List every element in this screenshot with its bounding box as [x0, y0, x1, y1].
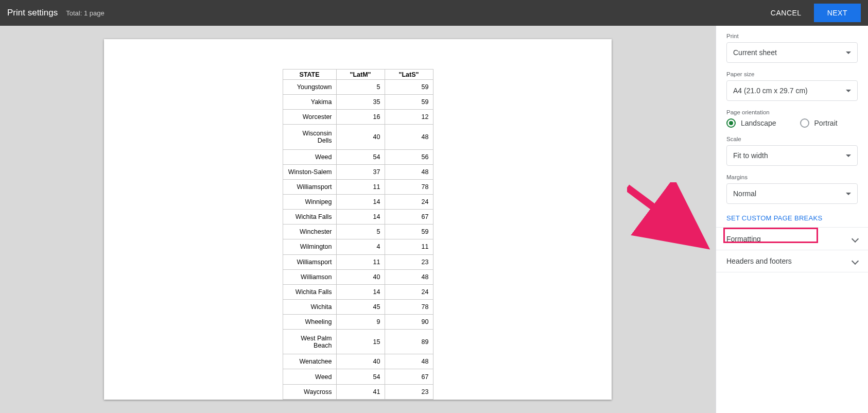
cell-lats: 56	[385, 149, 433, 164]
headers-footers-label: Headers and footers	[726, 257, 792, 265]
page-preview: STATE "LatM" "LatS" Youngstown559Yakima3…	[104, 39, 612, 400]
cell-state: Wisconsin Dells	[283, 125, 336, 149]
table-row: Winston-Salem3748	[283, 164, 433, 179]
cell-lats: 23	[385, 254, 433, 269]
paper-size-label: Paper size	[726, 71, 858, 77]
cell-state: Wichita	[283, 299, 336, 314]
cell-state: Weed	[283, 149, 336, 164]
cell-lats: 59	[385, 225, 433, 239]
cell-latm: 54	[336, 369, 385, 384]
cell-lats: 12	[385, 110, 433, 125]
table-row: Wichita4578	[283, 299, 433, 314]
cell-lats: 23	[385, 384, 433, 399]
formatting-expand[interactable]: Formatting	[716, 227, 868, 250]
cell-state: Winnipeg	[283, 194, 336, 209]
cell-latm: 41	[336, 384, 385, 399]
headers-footers-expand[interactable]: Headers and footers	[716, 250, 868, 272]
table-row: Williamsport1123	[283, 254, 433, 269]
margins-select[interactable]: Normal	[726, 183, 858, 204]
cell-state: Wheeling	[283, 315, 336, 330]
cell-latm: 45	[336, 299, 385, 314]
cell-lats: 78	[385, 299, 433, 314]
cell-latm: 54	[336, 149, 385, 164]
table-row: West Palm Beach1589	[283, 330, 433, 354]
table-header-row: STATE "LatM" "LatS"	[283, 70, 433, 80]
cell-state: Wilmington	[283, 239, 336, 254]
cell-lats: 48	[385, 354, 433, 369]
print-select-value: Current sheet	[733, 48, 777, 57]
cancel-button[interactable]: CANCEL	[761, 4, 811, 22]
table-row: Winnipeg1424	[283, 194, 433, 209]
settings-sidebar: Print Current sheet Paper size A4 (21.0 …	[716, 26, 868, 413]
next-button[interactable]: NEXT	[814, 4, 861, 22]
cell-latm: 14	[336, 210, 385, 225]
cell-state: Winston-Salem	[283, 164, 336, 179]
cell-state: Yakima	[283, 95, 336, 110]
scale-select[interactable]: Fit to width	[726, 145, 858, 166]
table-row: Wilmington411	[283, 239, 433, 254]
col-header-lats: "LatS"	[385, 70, 433, 80]
cell-latm: 14	[336, 194, 385, 209]
table-row: Weed5467	[283, 369, 433, 384]
dropdown-arrow-icon	[846, 51, 851, 54]
table-row: Worcester1612	[283, 110, 433, 125]
cell-state: Winchester	[283, 225, 336, 239]
table-row: Weed5456	[283, 149, 433, 164]
paper-size-select[interactable]: A4 (21.0 cm x 29.7 cm)	[726, 80, 858, 101]
table-row: Wichita Falls1467	[283, 210, 433, 225]
cell-lats: 24	[385, 194, 433, 209]
cell-state: Wichita Falls	[283, 284, 336, 299]
col-header-latm: "LatM"	[336, 70, 385, 80]
cell-state: Williamsport	[283, 254, 336, 269]
radio-unselected-icon	[800, 118, 809, 128]
orientation-landscape[interactable]: Landscape	[726, 118, 776, 128]
header-subtitle: Total: 1 page	[66, 9, 104, 17]
print-header: Print settings Total: 1 page CANCEL NEXT	[0, 0, 868, 26]
cell-state: Wenatchee	[283, 354, 336, 369]
paper-size-value: A4 (21.0 cm x 29.7 cm)	[733, 87, 808, 95]
cell-lats: 48	[385, 125, 433, 149]
header-title: Print settings	[7, 8, 58, 18]
cell-latm: 4	[336, 239, 385, 254]
chevron-down-icon	[852, 257, 859, 265]
cell-lats: 59	[385, 80, 433, 95]
preview-pane: STATE "LatM" "LatS" Youngstown559Yakima3…	[0, 26, 716, 413]
cell-latm: 15	[336, 330, 385, 354]
cell-latm: 40	[336, 269, 385, 284]
dropdown-arrow-icon	[846, 193, 851, 195]
table-row: Youngstown559	[283, 80, 433, 95]
cell-lats: 78	[385, 179, 433, 194]
print-select[interactable]: Current sheet	[726, 42, 858, 63]
table-row: Wisconsin Dells4048	[283, 125, 433, 149]
cell-lats: 67	[385, 210, 433, 225]
table-row: Winchester559	[283, 225, 433, 239]
cell-latm: 14	[336, 284, 385, 299]
cell-lats: 11	[385, 239, 433, 254]
radio-selected-icon	[726, 118, 736, 128]
cell-state: Youngstown	[283, 80, 336, 95]
cell-latm: 9	[336, 315, 385, 330]
scale-label: Scale	[726, 136, 858, 142]
table-row: Williamsport1178	[283, 179, 433, 194]
margins-label: Margins	[726, 174, 858, 180]
table-row: Williamson4048	[283, 269, 433, 284]
annotation-arrow	[627, 182, 730, 260]
cell-state: Williamsport	[283, 179, 336, 194]
cell-lats: 24	[385, 284, 433, 299]
set-custom-page-breaks-button[interactable]: SET CUSTOM PAGE BREAKS	[716, 209, 868, 227]
cell-latm: 5	[336, 80, 385, 95]
cell-latm: 40	[336, 354, 385, 369]
formatting-label: Formatting	[726, 235, 761, 243]
cell-latm: 35	[336, 95, 385, 110]
cell-lats: 59	[385, 95, 433, 110]
data-table: STATE "LatM" "LatS" Youngstown559Yakima3…	[283, 69, 433, 400]
table-row: Wenatchee4048	[283, 354, 433, 369]
table-row: Wheeling990	[283, 315, 433, 330]
cell-state: Waycross	[283, 384, 336, 399]
chevron-down-icon	[852, 235, 859, 242]
cell-latm: 40	[336, 125, 385, 149]
cell-latm: 11	[336, 254, 385, 269]
dropdown-arrow-icon	[846, 154, 851, 157]
orientation-portrait[interactable]: Portrait	[800, 118, 838, 128]
cell-lats: 89	[385, 330, 433, 354]
